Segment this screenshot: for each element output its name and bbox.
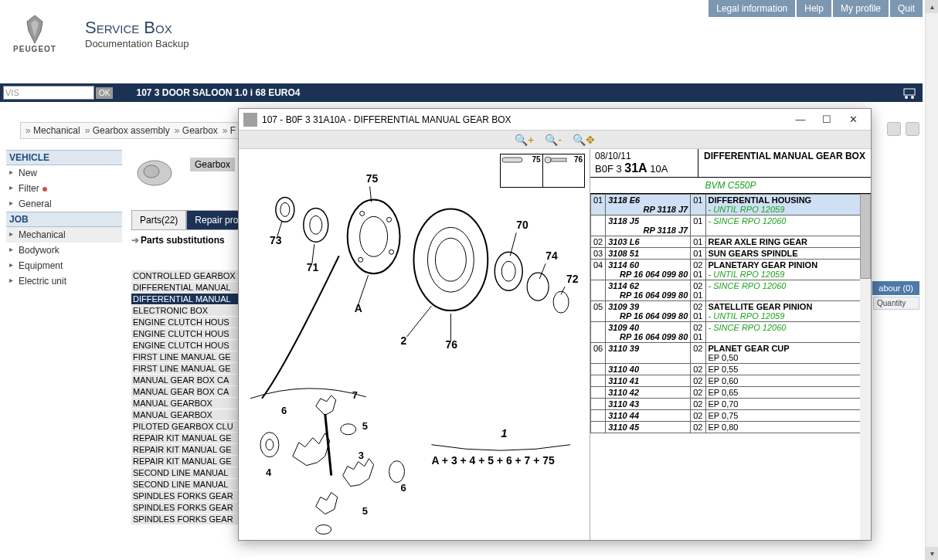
- sidebar-electric[interactable]: Electric unit: [6, 273, 122, 289]
- list-item[interactable]: FIRST LINE MANUAL GE: [131, 351, 240, 363]
- svg-point-47: [316, 524, 331, 534]
- table-scrollbar[interactable]: [860, 194, 871, 540]
- table-row[interactable]: 3118 J5RP 3118 J701- SINCE RPO 12060: [591, 216, 871, 236]
- tabs: Parts(22) Repair proc: [131, 210, 251, 230]
- sidebar-mechanical[interactable]: Mechanical: [6, 227, 122, 243]
- svg-text:1: 1: [501, 426, 507, 440]
- svg-text:7: 7: [352, 389, 358, 401]
- list-item[interactable]: ELECTRONIC BOX: [131, 305, 240, 317]
- lion-icon: [15, 14, 54, 45]
- list-item[interactable]: SECOND LINE MANUAL: [131, 479, 240, 490]
- list-item[interactable]: MANUAL GEAR BOX CA: [131, 386, 240, 398]
- tab-parts[interactable]: Parts(22): [131, 210, 186, 230]
- svg-point-19: [427, 227, 474, 292]
- list-item[interactable]: SPINDLES FORKS GEAR: [131, 490, 240, 502]
- parts-substitutions-link[interactable]: Parts substitutions: [131, 235, 225, 246]
- window-title: 107 - B0F 3 31A10A - DIFFERENTIAL MANUAL…: [262, 114, 511, 125]
- sidebar-general[interactable]: General: [6, 196, 122, 212]
- table-row[interactable]: 053109 39RP 16 064 099 800201SATELLITE G…: [591, 301, 871, 322]
- parts-table[interactable]: 013118 E6RP 3118 J701DIFFERENTIAL HOUSIN…: [590, 194, 871, 540]
- svg-point-43: [260, 433, 279, 457]
- list-item[interactable]: ENGINE CLUTCH HOUS: [131, 328, 240, 340]
- list-item[interactable]: MANUAL GEARBOX: [131, 398, 240, 409]
- table-row[interactable]: 033108 5101SUN GEARS SPINDLE: [591, 248, 871, 260]
- list-item[interactable]: SPINDLES FORKS GEAR: [131, 502, 240, 514]
- diagram-date: 08/10/11: [595, 151, 693, 161]
- nav-profile[interactable]: My profile: [833, 0, 889, 17]
- ok-button[interactable]: OK: [96, 87, 113, 99]
- scroll-down-icon[interactable]: ▾: [926, 547, 938, 560]
- vehicle-text: 107 3 DOOR SALOON 1.0 i 68 EURO4: [136, 87, 300, 98]
- list-item[interactable]: DIFFERENTIAL MANUAL: [131, 294, 240, 305]
- svg-point-12: [348, 199, 400, 273]
- list-item[interactable]: SECOND LINE MANUAL: [131, 467, 240, 479]
- scroll-up-icon[interactable]: ▴: [926, 0, 938, 13]
- filter-dot-icon: [42, 187, 47, 192]
- svg-point-11: [310, 216, 322, 234]
- list-item[interactable]: ENGINE CLUTCH HOUS: [131, 340, 240, 351]
- svg-point-44: [266, 440, 274, 450]
- sidebar-bodywork[interactable]: Bodywork: [6, 243, 122, 258]
- callout-box: 75 76: [500, 154, 585, 188]
- exploded-diagram: 75 73 71 A 2 70 74 72 76: [239, 149, 590, 540]
- list-item[interactable]: REPAIR KIT MANUAL GE: [131, 456, 240, 467]
- svg-line-41: [561, 287, 565, 294]
- crumb-3[interactable]: Gearbox: [175, 125, 218, 136]
- sidebar-new[interactable]: New: [6, 165, 122, 181]
- vis-input[interactable]: [3, 86, 94, 100]
- basket-quantity-header: Quantity: [873, 297, 919, 310]
- table-row[interactable]: 3110 4002EP 0,55: [591, 364, 871, 375]
- nav-quit[interactable]: Quit: [890, 0, 923, 17]
- table-row[interactable]: 3110 4502EP 0,80: [591, 422, 871, 433]
- list-item[interactable]: MANUAL GEARBOX: [131, 409, 240, 421]
- list-item[interactable]: FIRST LINE MANUAL GE: [131, 363, 240, 375]
- sidebar-vehicle-header: VEHICLE: [6, 150, 122, 165]
- window-close-button[interactable]: ✕: [840, 111, 866, 128]
- nav-legal[interactable]: Legal information: [709, 0, 795, 17]
- table-row[interactable]: 3110 4202EP 0,65: [591, 387, 871, 399]
- diagram-pane[interactable]: 75 76: [239, 149, 590, 540]
- table-row[interactable]: 043114 60RP 16 064 099 800201PLANETARY G…: [591, 260, 871, 280]
- help-icon[interactable]: [906, 122, 919, 136]
- svg-point-4: [144, 165, 159, 178]
- svg-text:2: 2: [401, 334, 407, 347]
- list-item[interactable]: SPINDLES FORKS GEAR: [131, 514, 240, 525]
- table-row[interactable]: 3110 4402EP 0,75: [591, 410, 871, 422]
- list-item[interactable]: PILOTED GEARBOX CLU: [131, 421, 240, 433]
- svg-line-38: [407, 306, 432, 337]
- window-maximize-button[interactable]: ☐: [814, 111, 840, 128]
- table-row[interactable]: 023103 L601REAR AXLE RING GEAR: [591, 236, 871, 248]
- crumb-1[interactable]: Mechanical: [25, 125, 80, 136]
- cart-icon[interactable]: [899, 83, 919, 102]
- svg-text:3: 3: [359, 450, 364, 461]
- table-row[interactable]: 013118 E6RP 3118 J701DIFFERENTIAL HOUSIN…: [591, 195, 871, 216]
- svg-text:5: 5: [362, 420, 368, 432]
- list-item[interactable]: DIFFERENTIAL MANUAL: [131, 282, 240, 294]
- svg-line-39: [510, 232, 516, 256]
- window-titlebar[interactable]: 107 - B0F 3 31A10A - DIFFERENTIAL MANUAL…: [239, 109, 871, 131]
- crumb-2[interactable]: Gearbox assembly: [85, 125, 170, 136]
- table-row[interactable]: 3114 62RP 16 064 099 800201- SINCE RPO 1…: [591, 280, 871, 301]
- list-item[interactable]: REPAIR KIT MANUAL GE: [131, 444, 240, 456]
- search-icon[interactable]: [887, 122, 901, 136]
- zoom-move-icon[interactable]: 🔍✥: [573, 134, 595, 146]
- basket-tab[interactable]: abour (0): [872, 281, 919, 295]
- sidebar-equipment[interactable]: Equipment: [6, 258, 122, 273]
- table-row[interactable]: 3110 4302EP 0,70: [591, 399, 871, 410]
- crumb-4[interactable]: F: [223, 125, 236, 136]
- table-row[interactable]: 3110 4102EP 0,60: [591, 375, 871, 387]
- table-row[interactable]: 063110 3902PLANET GEAR CUPEP 0,50: [591, 343, 871, 364]
- window-minimize-button[interactable]: —: [787, 111, 814, 128]
- sidebar-filter[interactable]: Filter: [6, 181, 122, 196]
- list-item[interactable]: CONTROLLED GEARBOX: [131, 270, 240, 282]
- nav-help[interactable]: Help: [797, 0, 831, 17]
- list-item[interactable]: MANUAL GEAR BOX CA: [131, 375, 240, 386]
- table-row[interactable]: 3109 40RP 16 064 099 800201- SINCE RPO 1…: [591, 322, 871, 343]
- list-item[interactable]: ENGINE CLUTCH HOUS: [131, 317, 240, 328]
- sidebar-job-header: JOB: [6, 212, 122, 227]
- list-item[interactable]: REPAIR KIT MANUAL GE: [131, 433, 240, 444]
- page-scrollbar[interactable]: ▴ ▾: [925, 0, 938, 560]
- zoom-in-icon[interactable]: 🔍+: [515, 134, 534, 146]
- zoom-out-icon[interactable]: 🔍-: [545, 134, 562, 146]
- svg-point-46: [341, 424, 356, 435]
